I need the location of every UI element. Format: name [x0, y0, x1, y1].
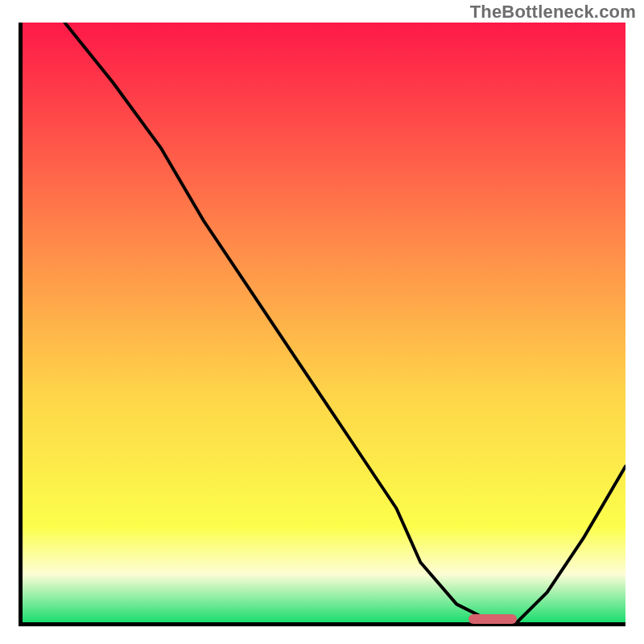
watermark-text: TheBottleneck.com: [470, 2, 636, 23]
chart-stage: TheBottleneck.com: [0, 0, 644, 644]
chart-plot: [23, 23, 625, 622]
gradient-background: [23, 23, 625, 622]
optimal-marker: [469, 614, 517, 624]
